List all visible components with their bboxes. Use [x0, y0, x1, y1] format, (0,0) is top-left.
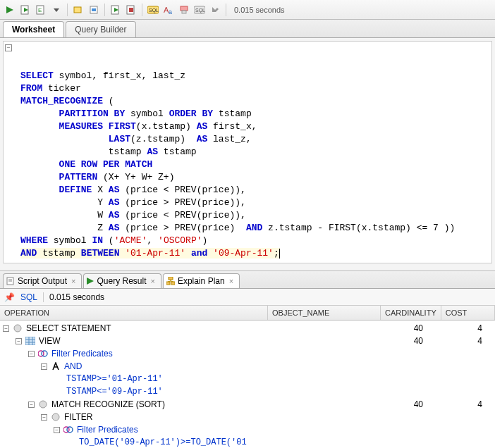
plan-row[interactable]: TSTAMP>='01-Apr-11': [0, 373, 495, 385]
cancel-icon[interactable]: [124, 3, 138, 17]
svg-rect-26: [166, 282, 170, 285]
svg-text:SQL: SQL: [149, 8, 159, 13]
svg-marker-0: [6, 6, 13, 13]
svg-marker-24: [87, 278, 94, 285]
tab-script-output[interactable]: Script Output ×: [3, 273, 82, 288]
plan-row[interactable]: −Filter Predicates: [0, 347, 495, 360]
svg-point-31: [14, 325, 21, 332]
separator: [43, 292, 44, 302]
separator: [226, 4, 226, 16]
collapse-icon[interactable]: −: [16, 338, 22, 344]
plan-row[interactable]: −MATCH RECOGNIZE (SORT) 404: [0, 398, 495, 411]
svg-text:SQL: SQL: [195, 8, 205, 13]
svg-point-40: [39, 401, 47, 408]
plan-icon: [166, 277, 175, 285]
sort-icon: [38, 400, 48, 409]
svg-rect-18: [182, 11, 186, 13]
sql-link[interactable]: SQL: [20, 292, 37, 302]
col-cost[interactable]: COST: [441, 306, 495, 320]
view-icon: [25, 337, 35, 345]
filter-op-icon: [51, 413, 61, 421]
svg-point-43: [67, 427, 73, 433]
svg-marker-5: [54, 8, 59, 12]
plan-tree: −SELECT STATEMENT 404 −VIEW 404 −Filter …: [0, 321, 495, 448]
svg-text:E: E: [38, 7, 42, 13]
results-tabs: Script Output × Query Result × Explain P…: [0, 270, 495, 289]
col-object[interactable]: OBJECT_NAME: [268, 306, 381, 320]
run-icon[interactable]: [3, 3, 17, 17]
svg-text:a: a: [169, 8, 172, 15]
explain-icon[interactable]: E: [34, 3, 48, 17]
and-icon: [51, 362, 61, 371]
sql-icon[interactable]: SQL: [146, 3, 160, 17]
clear-icon[interactable]: [177, 3, 191, 17]
tab-label: Query Result: [97, 276, 146, 286]
pin-icon[interactable]: 📌: [4, 292, 15, 302]
col-cardinality[interactable]: CARDINALITY: [381, 306, 441, 320]
history-icon[interactable]: SQL: [192, 3, 207, 17]
plan-row[interactable]: TSTAMP<='09-Apr-11': [0, 385, 495, 398]
collapse-icon[interactable]: −: [54, 427, 60, 433]
tab-label: Script Output: [18, 276, 67, 286]
status-bar: 📌 SQL 0.015 seconds: [0, 289, 495, 306]
plan-row[interactable]: −AND: [0, 360, 495, 373]
status-time: 0.015 seconds: [49, 292, 104, 302]
close-icon[interactable]: ×: [149, 277, 157, 285]
svg-rect-6: [74, 7, 81, 13]
sql-editor[interactable]: − SELECT symbol, first_x, last_z FROM ti…: [3, 41, 492, 263]
svg-rect-17: [181, 6, 188, 11]
svg-rect-27: [171, 282, 175, 285]
tab-label: Explain Plan: [178, 276, 225, 286]
run-script-icon[interactable]: [18, 3, 32, 17]
collapse-icon[interactable]: −: [3, 325, 9, 332]
worksheet-tabs: Worksheet Query Builder: [0, 20, 495, 38]
collapse-icon[interactable]: −: [41, 363, 47, 370]
col-operation[interactable]: OPERATION: [0, 306, 268, 320]
plan-row[interactable]: −VIEW 404: [0, 335, 495, 347]
separator: [104, 4, 105, 16]
close-icon[interactable]: ×: [70, 277, 77, 285]
tab-query-builder[interactable]: Query Builder: [66, 21, 135, 37]
separator: [142, 4, 142, 16]
collapse-icon[interactable]: −: [41, 414, 47, 421]
svg-rect-8: [92, 8, 96, 11]
collapse-icon[interactable]: −: [28, 402, 35, 408]
toolbar: E SQL Aa SQL 0.015 seconds: [0, 0, 495, 20]
plan-header: OPERATION OBJECT_NAME CARDINALITY COST: [0, 306, 495, 321]
commit-icon[interactable]: [87, 3, 101, 17]
gutter: −: [5, 44, 15, 260]
collapse-icon[interactable]: −: [28, 351, 35, 357]
filter-icon: [63, 425, 73, 434]
svg-rect-12: [129, 8, 133, 12]
plan-row[interactable]: −SELECT STATEMENT 404: [0, 322, 495, 335]
execution-time: 0.015 seconds: [234, 6, 285, 14]
format-icon[interactable]: Aa: [161, 3, 176, 17]
plan-row[interactable]: −FILTER: [0, 411, 495, 423]
close-icon[interactable]: ×: [228, 277, 235, 285]
fold-minus-icon[interactable]: −: [5, 44, 12, 51]
autotrace-icon[interactable]: [71, 3, 85, 17]
tab-explain-plan[interactable]: Explain Plan ×: [163, 273, 240, 288]
wrench-icon[interactable]: [208, 3, 222, 17]
dropdown-icon[interactable]: [49, 3, 63, 17]
svg-point-38: [42, 351, 47, 356]
tab-query-result[interactable]: Query Result ×: [83, 273, 161, 288]
rollback-icon[interactable]: [109, 3, 123, 17]
plan-row[interactable]: TO_DATE('09-Apr-11')>=TO_DATE('01: [0, 436, 495, 448]
plan-row[interactable]: −Filter Predicates: [0, 423, 495, 436]
separator: [67, 4, 68, 16]
statement-icon: [13, 324, 23, 332]
script-icon: [6, 277, 15, 285]
svg-point-41: [52, 413, 59, 421]
text-cursor: [279, 249, 280, 259]
filter-icon: [38, 349, 48, 358]
svg-rect-25: [169, 277, 173, 280]
tab-worksheet[interactable]: Worksheet: [3, 21, 64, 37]
svg-rect-32: [25, 337, 35, 345]
run-icon: [87, 278, 94, 285]
